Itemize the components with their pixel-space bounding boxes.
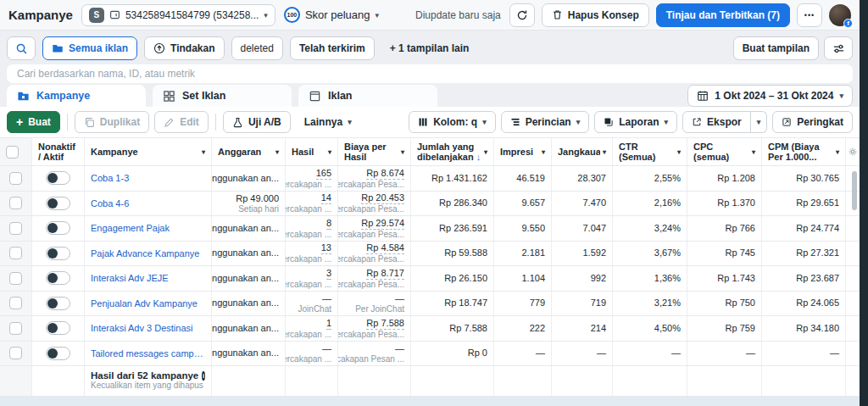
date-range-picker[interactable]: 1 Okt 2024 – 31 Okt 2024 ▾ [687,85,853,107]
horizontal-scrollbar-track[interactable] [0,397,860,406]
create-view-button[interactable]: Buat tampilan [733,36,819,60]
header-cpm[interactable]: CPM (Biaya Per 1.000...▾ [762,138,846,165]
row-checkbox[interactable] [9,247,22,259]
row-checkbox[interactable] [9,272,22,285]
gear-icon[interactable] [849,147,857,156]
chevron-down-icon[interactable]: ▾ [752,148,755,156]
header-name[interactable]: Kampanye▾ [85,138,212,165]
filter-actions[interactable]: Tindakan [144,36,224,60]
active-toggle[interactable] [46,171,70,185]
header-spent[interactable]: Jumlah yang dibelanjakan ↓▾ [411,138,494,165]
campaign-name-link[interactable]: Engagement Pajak [91,223,205,233]
chevron-down-icon[interactable]: ▾ [603,148,606,156]
cost-value: Rp 8.717 [366,268,404,280]
campaign-name-link[interactable]: Coba 4-6 [91,198,205,209]
chevron-down-icon[interactable]: ▾ [328,148,331,156]
chevron-down-icon[interactable]: ▾ [275,148,279,156]
row-checkbox[interactable] [9,322,22,335]
breakdown-button[interactable]: Perincian ▾ [501,111,590,133]
row-checkbox[interactable] [9,297,22,309]
active-toggle[interactable] [46,347,70,360]
active-toggle[interactable] [46,297,70,310]
impressions-cell: 2.181 [494,242,552,266]
footer-title-text: Hasil dari 52 kampanye [91,370,198,381]
cost-cell: —Per JoinChat [338,292,411,316]
more-views-button[interactable]: + 1 tampilan lain [381,36,478,60]
chevron-down-icon: ▾ [839,92,843,100]
chevron-down-icon[interactable]: ▾ [836,148,839,156]
duplicate-button[interactable]: Duplikat [75,111,149,133]
search-input[interactable] [7,64,853,83]
rank-button[interactable]: Peringkat [772,111,853,133]
row-checkbox[interactable] [9,172,22,185]
cpc-value: Rp 1.370 [717,197,755,209]
header-result[interactable]: Hasil▾ [286,138,338,165]
more-options-button[interactable]: ••• [797,3,822,27]
cost-value: Rp 8.674 [366,168,404,180]
date-range-label: 1 Okt 2024 – 31 Okt 2024 [715,90,833,102]
result-value: — [322,293,331,304]
reach-cell: 992 [552,266,613,291]
create-button[interactable]: + Buat [7,111,60,133]
cpc-cell: Rp 766 [687,216,762,241]
active-toggle[interactable] [46,247,70,260]
campaign-name-link[interactable]: Coba 1-3 [91,173,205,183]
filter-deleted[interactable]: deleted [231,36,283,60]
row-end-cell [846,216,860,241]
ab-test-button[interactable]: Uji A/B [223,111,291,133]
chevron-down-icon[interactable]: ▾ [202,148,205,156]
select-all-checkbox[interactable] [6,146,19,159]
cost-value: — [395,343,404,354]
refresh-button[interactable] [509,3,535,27]
active-toggle[interactable] [46,271,70,285]
edit-button[interactable]: Edit [154,111,209,133]
export-button[interactable]: Ekspor [682,111,751,133]
columns-button[interactable]: Kolom: q ▾ [409,111,496,133]
chevron-down-icon[interactable]: ▾ [542,148,545,156]
tab-ads[interactable]: Iklan [298,85,437,107]
campaign-name-link[interactable]: Tailored messages campaign 08/0... [91,348,205,359]
row-checkbox[interactable] [9,197,22,209]
active-toggle[interactable] [46,321,70,335]
campaign-name-link[interactable]: Interaksi Adv JEJE [91,273,205,283]
filter-all-ads[interactable]: Semua iklan [42,36,137,60]
filter-delivered[interactable]: Telah terkirim [290,36,375,60]
view-settings-button[interactable] [824,36,853,60]
tab-ad-sets[interactable]: Set Iklan [153,85,292,107]
info-icon[interactable]: i [202,371,205,381]
opportunity-score[interactable]: 100 Skor peluang ▾ [284,7,379,23]
discard-draft-button[interactable]: Hapus Konsep [542,3,649,27]
ctr-value: 2,16% [654,197,681,209]
tab-ad-sets-label: Set Iklan [182,90,225,102]
header-impressions[interactable]: Impresi▾ [494,138,552,165]
header-reach[interactable]: Jangkauan▾ [552,138,613,165]
campaign-name-link[interactable]: Penjualan Adv Kampanye [91,298,205,309]
cost-value: Rp 20.453 [361,192,404,204]
chevron-down-icon[interactable]: ▾ [677,148,681,156]
export-group: Ekspor ▾ [682,111,767,133]
chevron-down-icon[interactable]: ▾ [401,148,404,156]
header-cpc[interactable]: CPC (semua)▾ [687,138,762,165]
header-ctr[interactable]: CTR (Semua)▾ [613,138,687,165]
user-avatar[interactable]: f [829,4,851,26]
vertical-scrollbar[interactable] [852,171,857,210]
export-options-button[interactable]: ▾ [751,111,768,133]
ctr-value: 2,55% [654,173,681,184]
more-actions-button[interactable]: Lainnya ▾ [296,111,360,133]
active-toggle[interactable] [46,197,70,210]
reports-button[interactable]: Laporan ▾ [594,111,677,133]
row-checkbox[interactable] [9,222,22,235]
campaign-name-link[interactable]: Pajak Advance Kampanye [91,248,205,259]
search-filter-button[interactable] [7,36,36,60]
ad-account-selector[interactable]: S 534258941584799 (534258... ▾ [81,4,275,26]
campaign-name-link[interactable]: Interaksi Adv 3 Destinasi [91,323,205,333]
header-budget[interactable]: Anggaran▾ [212,138,286,165]
cpc-value: — [746,348,755,359]
row-checkbox[interactable] [9,347,22,359]
cost-cell: Rp 29.574Per Percakapan Pesa... [338,216,411,241]
review-publish-button[interactable]: Tinjau dan Terbitkan (7) [656,3,790,27]
header-cost[interactable]: Biaya per Hasil▾ [338,138,411,165]
chevron-down-icon[interactable]: ▾ [484,148,487,156]
active-toggle[interactable] [46,221,70,235]
tab-campaigns[interactable]: Kampanye [7,85,146,107]
